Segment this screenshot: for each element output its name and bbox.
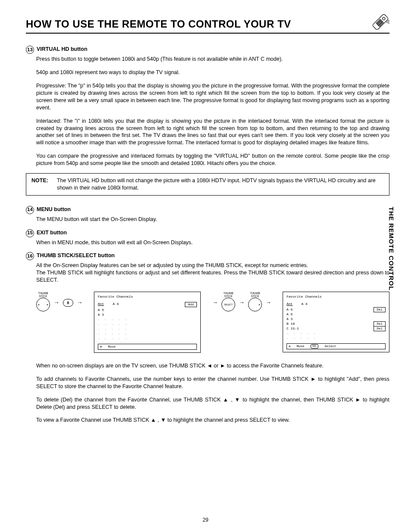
thumbstick-select-icon: SELECT: [221, 298, 235, 311]
page-title: HOW TO USE THE REMOTE TO CONTROL YOUR TV: [26, 17, 389, 34]
item-body-thumbstick: All the On-Screen Display features can b…: [36, 262, 389, 284]
item-title-exit: EXIT button: [37, 229, 67, 236]
item-number-16: 16: [26, 252, 34, 260]
item-number-15: 15: [26, 229, 34, 237]
note-box: NOTE: The VIRTUAL HD button will not cha…: [26, 173, 389, 196]
osd-panel-del: Favorite Channels Ant A 8 A 8Del A 6 A 3…: [283, 292, 389, 352]
item-body-exit: When in MENU mode, this button will exit…: [36, 239, 389, 246]
osd-panel-add: Favorite Channels Ant A 8 Add A 6 A 3 - …: [94, 292, 201, 353]
item-title-virtual-hd: VIRTUAL HD button: [37, 46, 87, 53]
thumbstick-diagram: THUMB STICK ◂▸ → 8 → Favorite Channels A…: [36, 292, 389, 353]
arrow-right-icon: →: [53, 299, 59, 307]
item-number-14: 14: [26, 206, 34, 214]
item-number-13: 13: [26, 46, 34, 54]
arrow-right-icon: →: [239, 299, 245, 307]
thumbstick-right-icon: ▸: [248, 298, 262, 311]
section-tab: THE REMOTE CONTROL: [387, 207, 395, 291]
note-text: The VIRTUAL HD button will not change th…: [57, 177, 384, 192]
thumbstick-lr-icon: ◂▸: [36, 298, 50, 311]
arrow-right-icon: →: [77, 299, 83, 307]
remote-icon: [371, 13, 389, 31]
svg-point-1: [382, 17, 386, 20]
note-label: NOTE:: [31, 177, 48, 192]
item-title-menu: MENU button: [37, 206, 71, 213]
item-title-thumbstick: THUMB STICK/SELECT button: [37, 252, 115, 259]
svg-rect-10: [379, 25, 380, 26]
svg-rect-7: [380, 23, 382, 25]
arrow-right-icon: →: [212, 299, 218, 307]
thumbstick-instructions: When no on-screen displays are on the TV…: [36, 362, 389, 424]
item-body-virtual-hd: Press this button to toggle between 1080…: [36, 56, 389, 167]
page-number: 29: [202, 516, 208, 523]
arrow-right-icon: →: [265, 299, 271, 307]
svg-rect-4: [382, 22, 383, 23]
item-body-menu: The MENU button will start the On-Screen…: [36, 216, 389, 223]
key-8-button: 8: [63, 299, 73, 307]
